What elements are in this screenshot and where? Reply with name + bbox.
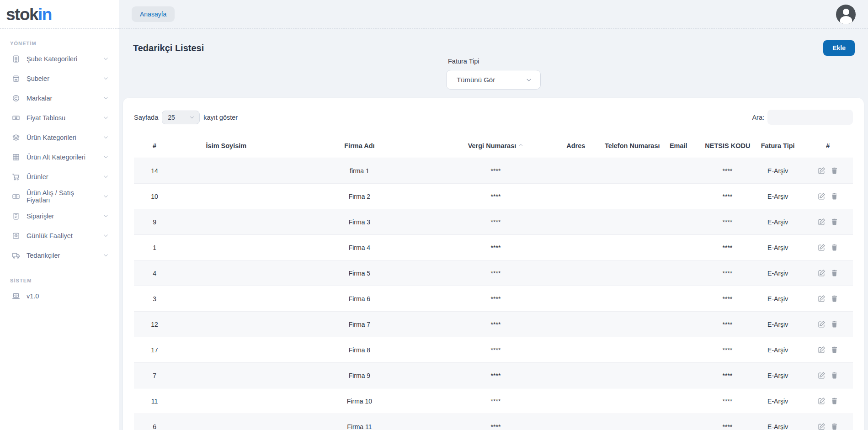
page-length-select[interactable]: 25 [162,111,200,124]
laptop-icon [12,292,20,300]
delete-button[interactable] [831,167,838,175]
column-header-5[interactable]: Telefon Numarası [602,133,655,158]
cell-vergi: **** [442,337,549,363]
chevron-down-icon [103,134,109,140]
edit-button[interactable] [818,397,825,405]
cell-actions [803,312,853,337]
delete-button[interactable] [831,244,838,251]
sidebar-item-label: v1.0 [27,292,39,300]
table-header-row: #İsim SoyisimFirma AdıVergi NumarasıAdre… [134,133,853,158]
cell-firma: firma 1 [277,158,442,184]
edit-button[interactable] [818,269,825,277]
cell-adres [550,260,602,286]
edit-button[interactable] [818,346,825,354]
delete-button[interactable] [831,346,838,354]
sidebar-item-günlük-faaliyet[interactable]: Günlük Faaliyet [9,226,110,245]
search-label: Ara: [752,114,764,121]
column-header-0[interactable]: # [134,133,175,158]
sidebar-item-ürün-kategorileri[interactable]: Ürün Kategorileri [9,127,110,147]
column-header-9[interactable]: # [803,133,853,158]
column-header-4[interactable]: Adres [550,133,602,158]
cell-isim [175,312,277,337]
edit-button[interactable] [818,167,825,175]
chevron-down-icon [103,233,109,239]
sidebar-item-ürünler[interactable]: Ürünler [9,167,110,186]
cell-netsis: **** [702,235,752,260]
cell-isim [175,286,277,312]
user-avatar[interactable] [836,5,856,24]
sidebar-item-ürün-alış-satış-fiyatları[interactable]: Ürün Alış / Satış Fiyatları [9,186,110,206]
delete-button[interactable] [831,320,838,328]
table-card: Sayfada 25 kayıt göster Ara: [123,98,864,430]
daily-icon [12,232,20,240]
cell-email [655,388,702,414]
sidebar-item-tedarikçiler[interactable]: Tedarikçiler [9,245,110,265]
delete-icon [831,320,838,328]
sidebar-item-markalar[interactable]: Markalar [9,88,110,108]
cell-netsis: **** [702,260,752,286]
table-row: 17Firma 8********E-Arşiv [134,337,853,363]
add-button[interactable]: Ekle [823,40,855,56]
edit-button[interactable] [818,244,825,251]
cell-id: 6 [134,414,175,430]
cell-email [655,286,702,312]
delete-icon [831,346,838,354]
chevron-down-icon [103,174,109,180]
cell-telefon [602,388,655,414]
edit-button[interactable] [818,320,825,328]
invoice-type-select[interactable]: Tümünü Gör [446,70,541,90]
column-header-7[interactable]: NETSIS KODU [702,133,752,158]
table-row: 1Firma 4********E-Arşiv [134,235,853,260]
cell-netsis: **** [702,209,752,235]
cell-vergi: **** [442,414,549,430]
cell-netsis: **** [702,363,752,388]
sidebar-item-siparişler[interactable]: Siparişler [9,206,110,226]
edit-button[interactable] [818,423,825,430]
delete-button[interactable] [831,397,838,405]
sidebar: stokin YÖNETİMŞube KategorileriŞubelerMa… [0,0,119,430]
column-header-8[interactable]: Fatura Tipi [753,133,803,158]
column-header-1[interactable]: İsim Soyisim [175,133,277,158]
search-input[interactable] [767,110,853,125]
sidebar-item-şubeler[interactable]: Şubeler [9,69,110,88]
cell-firma: Firma 2 [277,184,442,209]
cell-adres [550,388,602,414]
column-header-6[interactable]: Email [655,133,702,158]
cell-actions [803,235,853,260]
sidebar-item-v1.0[interactable]: v1.0 [9,286,110,306]
sidebar-item-şube-kategorileri[interactable]: Şube Kategorileri [9,49,110,69]
cell-telefon [602,414,655,430]
delete-button[interactable] [831,295,838,303]
edit-button[interactable] [818,192,825,200]
cell-telefon [602,337,655,363]
cell-isim [175,363,277,388]
cell-fatura: E-Arşiv [753,414,803,430]
cell-netsis: **** [702,337,752,363]
delete-icon [831,244,838,251]
edit-button[interactable] [818,372,825,379]
chevron-down-icon [103,193,109,199]
edit-button[interactable] [818,295,825,303]
delete-button[interactable] [831,372,838,379]
sidebar-item-ürün-alt-kategorileri[interactable]: Ürün Alt Kategorileri [9,147,110,167]
page-length-value: 25 [168,114,175,121]
edit-icon [818,167,825,175]
page-title: Tedarikçi Listesi [133,43,204,53]
column-header-3[interactable]: Vergi Numarası [442,133,549,158]
suppliers-table: #İsim SoyisimFirma AdıVergi NumarasıAdre… [134,133,853,430]
sidebar-item-fiyat-tablosu[interactable]: Fiyat Tablosu [9,108,110,127]
column-header-2[interactable]: Firma Adı [277,133,442,158]
cell-fatura: E-Arşiv [753,312,803,337]
delete-button[interactable] [831,269,838,277]
delete-icon [831,397,838,405]
breadcrumb-home-link[interactable]: Anasayfa [132,6,175,22]
cell-email [655,337,702,363]
delete-button[interactable] [831,218,838,226]
cell-firma: Firma 3 [277,209,442,235]
delete-button[interactable] [831,423,838,430]
cell-netsis: **** [702,184,752,209]
delete-button[interactable] [831,192,838,200]
edit-icon [818,320,825,328]
edit-button[interactable] [818,218,825,226]
app-logo[interactable]: stokin [6,6,52,23]
